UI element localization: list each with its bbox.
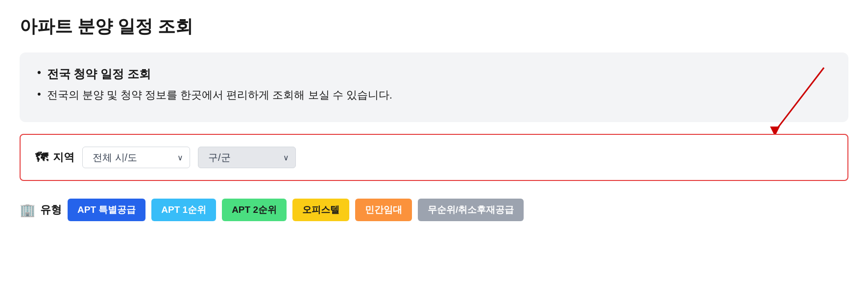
district-select-wrapper: 구/군 강남구 강북구 종로구 중구 ∨ (198, 147, 296, 168)
page-title: 아파트 분양 일정 조회 (20, 15, 848, 39)
type-apt-2nd-button[interactable]: APT 2순위 (222, 199, 287, 221)
type-no-priority-button[interactable]: 무순위/취소후재공급 (418, 199, 524, 221)
type-label: 🏢 유형 (20, 203, 62, 218)
type-private-rent-button[interactable]: 민간임대 (355, 199, 412, 221)
region-label: 🗺 지역 (35, 150, 74, 165)
type-officetel-button[interactable]: 오피스텔 (292, 199, 349, 221)
info-title: 전국 청약 일정 조회 (47, 66, 151, 82)
city-select-wrapper: 전체 시/도 서울 경기 인천 부산 대구 광주 대전 울산 세종 ∨ (82, 147, 190, 168)
search-section: 🗺 지역 전체 시/도 서울 경기 인천 부산 대구 광주 대전 울산 세종 ∨ (20, 134, 848, 181)
type-apt-1st-button[interactable]: APT 1순위 (151, 199, 216, 221)
map-icon: 🗺 (35, 150, 48, 165)
type-apt-special-button[interactable]: APT 특별공급 (68, 199, 145, 221)
building-icon: 🏢 (20, 203, 35, 218)
region-label-text: 지역 (53, 150, 74, 165)
city-select[interactable]: 전체 시/도 서울 경기 인천 부산 대구 광주 대전 울산 세종 (82, 147, 190, 168)
district-select[interactable]: 구/군 강남구 강북구 종로구 중구 (198, 147, 296, 168)
info-description: 전국의 분양 및 청약 정보를 한곳에서 편리하게 조회해 보실 수 있습니다. (47, 88, 392, 102)
region-filter-row: 🗺 지역 전체 시/도 서울 경기 인천 부산 대구 광주 대전 울산 세종 ∨ (35, 147, 833, 168)
type-label-text: 유형 (40, 203, 62, 217)
type-section: 🏢 유형 APT 특별공급 APT 1순위 APT 2순위 오피스텔 민간임대 … (20, 191, 848, 221)
type-filter-row: 🏢 유형 APT 특별공급 APT 1순위 APT 2순위 오피스텔 민간임대 … (20, 199, 848, 221)
info-box: 전국 청약 일정 조회 전국의 분양 및 청약 정보를 한곳에서 편리하게 조회… (20, 52, 848, 122)
